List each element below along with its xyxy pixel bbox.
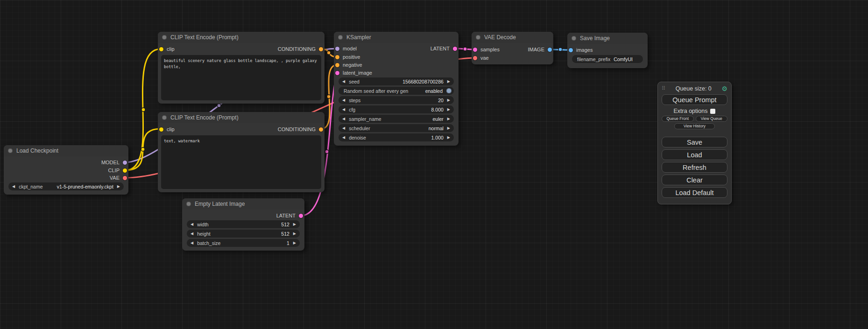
conditioning-port-icon[interactable] <box>335 55 339 59</box>
prev-arrow-icon[interactable]: ◀ <box>342 80 345 84</box>
collapse-toggle-icon[interactable] <box>476 35 480 40</box>
model-port-icon[interactable] <box>123 161 127 165</box>
clear-button[interactable]: Clear <box>662 175 727 185</box>
prev-arrow-icon[interactable]: ◀ <box>12 185 15 189</box>
link-midpoint-dot[interactable] <box>463 47 467 51</box>
input-slot-negative[interactable]: negative <box>334 62 362 68</box>
next-arrow-icon[interactable]: ▶ <box>293 223 296 226</box>
latent-port-icon[interactable] <box>473 48 477 52</box>
refresh-button[interactable]: Refresh <box>662 162 727 173</box>
view-history-button[interactable]: View History <box>674 123 715 129</box>
conditioning-port-icon[interactable] <box>335 63 339 67</box>
input-slot-images[interactable]: images <box>567 47 593 53</box>
graph-canvas[interactable]: Load Checkpoint MODEL CLIP VAE ◀ ckpt_na… <box>0 0 868 329</box>
next-arrow-icon[interactable]: ▶ <box>447 98 450 102</box>
prompt-textarea[interactable]: beautiful scenery nature glass bottle la… <box>161 55 321 100</box>
node-title-bar[interactable]: CLIP Text Encode (Prompt) <box>158 112 325 123</box>
prompt-textarea[interactable]: text, watermark <box>161 135 321 189</box>
node-save-image[interactable]: Save Image images filename_prefix ComfyU… <box>567 33 648 68</box>
next-arrow-icon[interactable]: ▶ <box>293 241 296 245</box>
node-title-bar[interactable]: Empty Latent Image <box>182 198 304 210</box>
image-port-icon[interactable] <box>548 48 552 52</box>
output-slot-clip[interactable]: CLIP <box>108 167 128 174</box>
latent-port-icon[interactable] <box>453 47 457 51</box>
cfg-widget[interactable]: ◀ cfg 8.000 ▶ <box>339 105 454 113</box>
scheduler-widget[interactable]: ◀ scheduler normal ▶ <box>339 124 454 132</box>
load-button[interactable]: Load <box>662 149 727 160</box>
node-title-bar[interactable]: CLIP Text Encode (Prompt) <box>158 32 325 43</box>
collapse-toggle-icon[interactable] <box>162 115 167 120</box>
link-midpoint-dot[interactable] <box>325 150 329 154</box>
link-midpoint-dot[interactable] <box>217 104 221 107</box>
input-slot-latent-image[interactable]: latent_image <box>334 70 372 76</box>
prev-arrow-icon[interactable]: ◀ <box>191 232 193 236</box>
toggle-knob-icon[interactable] <box>446 88 452 93</box>
queue-prompt-button[interactable]: Queue Prompt <box>662 94 727 105</box>
model-port-icon[interactable] <box>335 47 339 51</box>
node-clip-text-encode-negative[interactable]: CLIP Text Encode (Prompt) clip CONDITION… <box>158 112 325 192</box>
link-midpoint-dot[interactable] <box>327 95 331 98</box>
next-arrow-icon[interactable]: ▶ <box>447 117 450 121</box>
save-button[interactable]: Save <box>662 137 727 147</box>
input-slot-model[interactable]: model <box>334 45 357 52</box>
node-title-bar[interactable]: KSampler <box>334 32 459 43</box>
prev-arrow-icon[interactable]: ◀ <box>342 98 345 102</box>
output-slot-vae[interactable]: VAE <box>110 175 128 181</box>
vae-port-icon[interactable] <box>123 176 127 180</box>
output-slot-model[interactable]: MODEL <box>101 159 128 166</box>
height-widget[interactable]: ◀ height 512 ▶ <box>187 230 300 238</box>
next-arrow-icon[interactable]: ▶ <box>293 232 296 236</box>
prev-arrow-icon[interactable]: ◀ <box>191 241 193 245</box>
input-slot-samples[interactable]: samples <box>472 46 500 53</box>
node-clip-text-encode-positive[interactable]: CLIP Text Encode (Prompt) clip CONDITION… <box>158 32 325 104</box>
clip-port-icon[interactable] <box>159 47 163 51</box>
vae-port-icon[interactable] <box>473 56 477 60</box>
input-slot-vae[interactable]: vae <box>472 55 489 61</box>
prev-arrow-icon[interactable]: ◀ <box>342 126 345 130</box>
node-title-bar[interactable]: Load Checkpoint <box>4 145 128 156</box>
node-empty-latent-image[interactable]: Empty Latent Image LATENT ◀ width 512 ▶ … <box>182 198 304 251</box>
next-arrow-icon[interactable]: ▶ <box>117 185 120 189</box>
node-title-bar[interactable]: VAE Decode <box>472 32 553 43</box>
link-midpoint-dot[interactable] <box>558 48 562 51</box>
ckpt-name-widget[interactable]: ◀ ckpt_name v1-5-pruned-emaonly.ckpt ▶ <box>8 182 124 190</box>
output-slot-latent[interactable]: LATENT <box>430 45 459 52</box>
input-slot-clip[interactable]: clip <box>158 46 175 52</box>
extra-options-checkbox[interactable] <box>710 109 715 114</box>
clip-port-icon[interactable] <box>159 127 163 132</box>
latent-port-icon[interactable] <box>335 71 339 75</box>
link-midpoint-dot[interactable] <box>327 51 331 55</box>
queue-front-button[interactable]: Queue Front <box>662 116 694 122</box>
conditioning-port-icon[interactable] <box>319 47 323 51</box>
node-title-bar[interactable]: Save Image <box>567 33 648 44</box>
output-slot-conditioning[interactable]: CONDITIONING <box>278 46 325 52</box>
drag-handle-icon[interactable]: ⠿ <box>662 85 665 91</box>
clip-port-icon[interactable] <box>123 168 127 173</box>
prev-arrow-icon[interactable]: ◀ <box>191 223 193 226</box>
link-midpoint-dot[interactable] <box>141 108 145 112</box>
steps-widget[interactable]: ◀ steps 20 ▶ <box>339 96 454 104</box>
next-arrow-icon[interactable]: ▶ <box>447 80 450 84</box>
prev-arrow-icon[interactable]: ◀ <box>342 108 345 112</box>
input-slot-positive[interactable]: positive <box>334 54 360 60</box>
prev-arrow-icon[interactable]: ◀ <box>342 136 345 140</box>
width-widget[interactable]: ◀ width 512 ▶ <box>187 220 300 228</box>
denoise-widget[interactable]: ◀ denoise 1.000 ▶ <box>339 133 454 141</box>
filename-prefix-widget[interactable]: filename_prefix ComfyUI <box>572 55 643 63</box>
node-ksampler[interactable]: KSampler model positive negative latent_… <box>334 32 459 146</box>
collapse-toggle-icon[interactable] <box>162 35 167 40</box>
link-midpoint-dot[interactable] <box>141 147 145 151</box>
conditioning-port-icon[interactable] <box>319 127 323 132</box>
latent-port-icon[interactable] <box>299 214 303 218</box>
output-slot-conditioning[interactable]: CONDITIONING <box>278 126 325 133</box>
sampler-name-widget[interactable]: ◀ sampler_name euler ▶ <box>339 115 454 123</box>
view-queue-button[interactable]: View Queue <box>696 116 728 122</box>
random-seed-toggle-widget[interactable]: Random seed after every gen enabled <box>339 87 454 95</box>
next-arrow-icon[interactable]: ▶ <box>447 126 450 130</box>
collapse-toggle-icon[interactable] <box>338 35 343 40</box>
load-default-button[interactable]: Load Default <box>662 187 727 198</box>
batch-size-widget[interactable]: ◀ batch_size 1 ▶ <box>187 239 300 247</box>
image-port-icon[interactable] <box>569 48 573 52</box>
collapse-toggle-icon[interactable] <box>8 148 13 153</box>
next-arrow-icon[interactable]: ▶ <box>447 136 450 140</box>
